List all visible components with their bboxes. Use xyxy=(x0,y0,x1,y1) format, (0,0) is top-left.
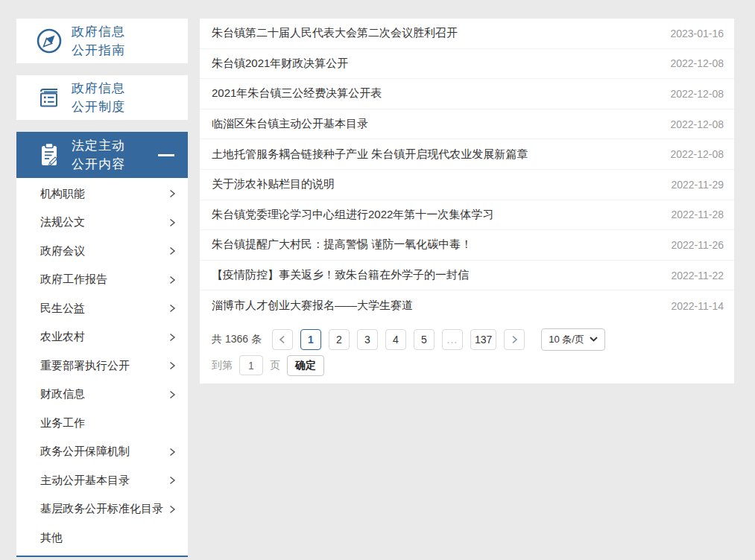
page-button-4[interactable]: 4 xyxy=(385,329,406,350)
news-panel: 朱台镇第二十届人民代表大会第二次会议胜利召开 2023-01-16 朱台镇202… xyxy=(200,19,734,384)
sidebar-item-gov-info-system[interactable]: 政府信息 公开制度 xyxy=(16,75,188,120)
chevron-right-icon xyxy=(169,390,176,399)
chevron-right-icon xyxy=(169,361,176,370)
page-button-137[interactable]: 137 xyxy=(470,329,496,350)
sidebar-item-label: 政府信息 公开指南 xyxy=(72,22,125,60)
sidebar-item-regulations[interactable]: 法规公文 xyxy=(16,209,188,238)
news-date: 2022-12-08 xyxy=(670,148,724,160)
page-button-2[interactable]: 2 xyxy=(329,329,350,350)
news-row[interactable]: 关于涉农补贴栏目的说明 2022-11-29 xyxy=(200,170,734,200)
sidebar-menu: 机构职能 法规公文 政府会议 政府工作报告 民生公益 农业农村 xyxy=(16,178,188,557)
page-size-label: 10 条/页 xyxy=(549,333,584,346)
book-list-icon xyxy=(34,83,64,112)
chevron-right-icon xyxy=(169,246,176,255)
news-title: 2021年朱台镇三公经费决算公开表 xyxy=(212,86,382,101)
sidebar-item-business-work[interactable]: 业务工作 xyxy=(16,409,188,438)
chevron-right-icon xyxy=(169,333,176,342)
news-title: 土地托管服务耦合链接种子产业 朱台镇开启现代农业发展新篇章 xyxy=(212,147,528,162)
news-date: 2022-12-08 xyxy=(670,118,724,130)
sidebar-item-gov-meetings[interactable]: 政府会议 xyxy=(16,237,188,266)
news-date: 2022-11-26 xyxy=(671,239,724,251)
chevron-right-icon xyxy=(169,304,176,313)
news-row[interactable]: 临淄区朱台镇主动公开基本目录 2022-12-08 xyxy=(200,109,734,140)
page: 政府信息 公开指南 政府信息 公开制度 xyxy=(0,0,755,560)
sidebar-item-gov-info-guide[interactable]: 政府信息 公开指南 xyxy=(16,19,188,63)
news-row[interactable]: 土地托管服务耦合链接种子产业 朱台镇开启现代农业发展新篇章 2022-12-08 xyxy=(200,139,734,170)
chevron-right-icon xyxy=(511,335,518,344)
sidebar-item-grassroots-catalog[interactable]: 基层政务公开标准化目录 xyxy=(16,495,188,524)
sidebar-item-label: 法定主动 公开内容 xyxy=(72,136,125,174)
sidebar-item-work-report[interactable]: 政府工作报告 xyxy=(16,266,188,295)
chevron-right-icon xyxy=(169,218,176,227)
news-row[interactable]: 朱台镇第二十届人民代表大会第二次会议胜利召开 2023-01-16 xyxy=(200,19,734,49)
news-title: 朱台镇提醒广大村民：提高警惕 谨防一氧化碳中毒！ xyxy=(212,238,472,252)
news-row[interactable]: 淄博市人才创业大赛报名——大学生赛道 2022-11-14 xyxy=(200,290,734,321)
chevron-right-icon xyxy=(169,276,176,284)
news-row[interactable]: 朱台镇2021年财政决算公开 2022-12-08 xyxy=(200,49,734,80)
page-button-3[interactable]: 3 xyxy=(357,329,378,350)
sidebar-item-livelihood[interactable]: 民生公益 xyxy=(16,294,188,323)
news-title: 朱台镇2021年财政决算公开 xyxy=(212,57,348,71)
news-row[interactable]: 2021年朱台镇三公经费决算公开表 2022-12-08 xyxy=(200,79,734,109)
page-size-select[interactable]: 10 条/页 xyxy=(541,328,605,351)
news-title: 淄博市人才创业大赛报名——大学生赛道 xyxy=(212,299,413,313)
news-date: 2022-12-08 xyxy=(670,57,724,69)
news-row[interactable]: 朱台镇提醒广大村民：提高警惕 谨防一氧化碳中毒！ 2022-11-26 xyxy=(200,230,734,261)
sidebar-item-org-functions[interactable]: 机构职能 xyxy=(16,179,188,209)
news-date: 2022-11-22 xyxy=(671,270,724,281)
news-title: 朱台镇第二十届人民代表大会第二次会议胜利召开 xyxy=(212,26,458,40)
news-title: 关于涉农补贴栏目的说明 xyxy=(212,177,335,191)
chevron-right-icon xyxy=(169,448,176,456)
chevron-right-icon xyxy=(169,189,176,198)
compass-icon xyxy=(34,26,64,56)
chevron-right-icon xyxy=(169,505,176,514)
sidebar-item-other[interactable]: 其他 xyxy=(16,524,188,553)
news-date: 2022-11-29 xyxy=(671,179,724,191)
sidebar-item-basic-catalog[interactable]: 主动公开基本目录 xyxy=(16,466,188,495)
sidebar-item-label: 政府信息 公开制度 xyxy=(72,79,125,117)
more-pages-button[interactable]: ... xyxy=(442,329,463,350)
news-title: 临淄区朱台镇主动公开基本目录 xyxy=(212,117,368,131)
sidebar-item-agriculture[interactable]: 农业农村 xyxy=(16,323,188,352)
sidebar-item-fiscal-info[interactable]: 财政信息 xyxy=(16,381,188,410)
total-count: 共 1366 条 xyxy=(212,333,262,346)
goto-prefix-label: 到第 xyxy=(212,359,233,372)
confirm-button[interactable]: 确定 xyxy=(287,355,324,376)
news-row[interactable]: 朱台镇党委理论学习中心组进行2022年第十一次集体学习 2022-11-28 xyxy=(200,200,734,231)
next-page-button[interactable] xyxy=(504,329,525,350)
clipboard-pencil-icon xyxy=(34,140,64,170)
sidebar-item-key-deployment[interactable]: 重要部署执行公开 xyxy=(16,351,188,381)
news-title: 【疫情防控】事关返乡！致朱台籍在外学子的一封信 xyxy=(212,268,469,282)
page-button-1[interactable]: 1 xyxy=(300,329,321,350)
chevron-down-icon xyxy=(590,337,598,342)
news-date: 2022-12-08 xyxy=(670,88,724,100)
sidebar-item-statutory-disclosure[interactable]: 法定主动 公开内容 xyxy=(16,132,188,178)
news-row[interactable]: 【疫情防控】事关返乡！致朱台籍在外学子的一封信 2022-11-22 xyxy=(200,261,734,291)
chevron-left-icon xyxy=(279,335,285,344)
chevron-right-icon xyxy=(169,476,176,485)
news-date: 2023-01-16 xyxy=(670,28,724,39)
news-date: 2022-11-28 xyxy=(671,209,724,220)
pagination: 共 1366 条 1 2 3 4 5 ... 137 10 条/页 xyxy=(200,328,734,351)
minus-icon xyxy=(158,154,174,156)
goto-page: 到第 页 确定 xyxy=(200,355,734,376)
news-date: 2022-11-14 xyxy=(671,300,724,312)
goto-suffix-label: 页 xyxy=(270,359,280,372)
sidebar-item-disclosure-guarantee[interactable]: 政务公开保障机制 xyxy=(16,438,188,467)
news-title: 朱台镇党委理论学习中心组进行2022年第十一次集体学习 xyxy=(212,208,493,222)
page-button-5[interactable]: 5 xyxy=(414,329,435,350)
sidebar: 政府信息 公开指南 政府信息 公开制度 xyxy=(16,19,188,557)
goto-page-input[interactable] xyxy=(239,355,263,375)
news-list: 朱台镇第二十届人民代表大会第二次会议胜利召开 2023-01-16 朱台镇202… xyxy=(200,19,734,321)
prev-page-button[interactable] xyxy=(272,329,293,350)
